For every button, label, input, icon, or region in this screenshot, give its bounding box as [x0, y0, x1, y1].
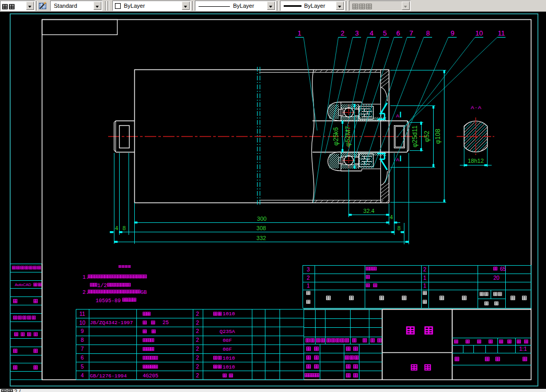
svg-text:4: 4	[369, 29, 373, 37]
svg-text:1: 1	[297, 29, 301, 37]
svg-text:3: 3	[355, 29, 358, 37]
svg-text:5: 5	[383, 29, 387, 37]
svg-text:A: A	[396, 113, 399, 118]
svg-text:2: 2	[196, 354, 199, 361]
svg-text:11: 11	[498, 29, 505, 37]
svg-text:φ52: φ52	[424, 130, 431, 142]
svg-text:1/2: 1/2	[97, 282, 107, 289]
svg-text:JB/ZQ4342-1997: JB/ZQ4342-1997	[90, 320, 133, 326]
svg-text:7: 7	[409, 29, 413, 37]
svg-text:3: 3	[307, 266, 310, 272]
svg-text:9: 9	[450, 29, 454, 37]
svg-text:5: 5	[81, 363, 84, 370]
svg-text:6: 6	[81, 354, 84, 361]
svg-text:2: 2	[341, 29, 344, 37]
svg-text:4: 4	[115, 225, 118, 231]
svg-text:A: A	[396, 157, 399, 162]
svg-text:4: 4	[390, 214, 393, 220]
svg-text:11: 11	[79, 311, 85, 317]
svg-text:A - A: A - A	[471, 104, 482, 110]
svg-text:332: 332	[257, 235, 266, 241]
svg-text:8: 8	[122, 225, 125, 231]
svg-text:9: 9	[81, 328, 84, 334]
svg-text:2: 2	[307, 275, 310, 281]
svg-text:2 /: 2 /	[14, 389, 21, 392]
svg-text:4G205: 4G205	[143, 373, 158, 379]
svg-text:08F: 08F	[223, 347, 232, 352]
svg-text:2: 2	[196, 337, 199, 343]
svg-text:1010: 1010	[223, 364, 235, 370]
svg-text:2: 2	[196, 311, 199, 317]
svg-text:8: 8	[397, 225, 400, 231]
svg-text:8: 8	[81, 337, 84, 343]
svg-text:2: 2	[423, 266, 426, 272]
svg-text:2: 2	[196, 363, 199, 370]
svg-text:2: 2	[196, 372, 199, 378]
svg-text:10: 10	[79, 319, 86, 326]
svg-text:4: 4	[81, 372, 84, 378]
svg-text:20: 20	[493, 275, 499, 281]
svg-text:7: 7	[81, 346, 84, 352]
svg-text:300: 300	[257, 216, 266, 222]
svg-text:1010: 1010	[223, 355, 235, 361]
svg-text:10595-89: 10595-89	[96, 298, 121, 304]
svg-text:1: 1	[423, 282, 426, 289]
svg-text:32.4: 32.4	[363, 208, 374, 214]
svg-text:GB/1276-1994: GB/1276-1994	[90, 373, 127, 379]
svg-text:2: 2	[196, 346, 199, 352]
svg-text:308: 308	[257, 225, 266, 231]
svg-text:Q235A: Q235A	[219, 329, 235, 335]
svg-text:65: 65	[500, 266, 506, 272]
svg-text:GB: GB	[141, 290, 147, 295]
svg-text:1: 1	[423, 275, 426, 281]
svg-text:08F: 08F	[223, 338, 232, 343]
svg-text:φ25k6: φ25k6	[332, 127, 340, 146]
svg-text:8: 8	[426, 29, 429, 37]
svg-text:φ52M7: φ52M7	[344, 126, 352, 147]
svg-text:φ108: φ108	[435, 129, 442, 144]
svg-text:10: 10	[475, 29, 483, 37]
svg-text:18h12: 18h12	[468, 158, 484, 164]
svg-text:φ25d11: φ25d11	[412, 125, 419, 147]
svg-text:1010: 1010	[223, 311, 235, 317]
svg-text:AutoCAD: AutoCAD	[15, 282, 31, 287]
svg-text:1:1: 1:1	[519, 346, 527, 352]
svg-text:25: 25	[162, 320, 169, 326]
svg-text:1: 1	[307, 282, 310, 289]
svg-text:2: 2	[196, 328, 199, 334]
svg-text:2: 2	[196, 319, 199, 326]
svg-text:6: 6	[396, 29, 400, 37]
